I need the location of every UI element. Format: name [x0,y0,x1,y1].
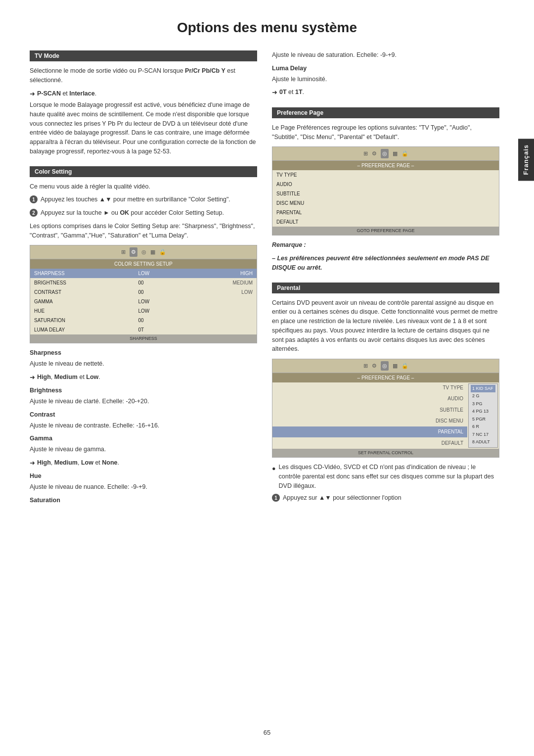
step2-number: 2 [30,209,38,217]
left-column: TV Mode Sélectionne le mode de sortie vi… [30,50,257,719]
parental-header: Parental [272,283,499,293]
menu-cell-col1: 0T [134,325,184,334]
menu-cell-col1: LOW [134,269,184,278]
menu-cell-label: BRIGHTNESS [30,278,134,287]
menu-cell-col2 [184,316,257,325]
arrow-icon: ➜ [30,458,35,468]
step1-number: 1 [30,195,38,203]
pref-row-tvtype: TV TYPE [272,170,499,180]
step2-text: Appuyez sur la touche ► ou OK pour accéd… [41,208,224,218]
dropdown-item-7: 7 NC 17 [471,431,495,439]
sharpness-title: Sharpness [30,348,257,358]
tv-mode-para2: Lorsque le mode Balayage progressif est … [30,100,257,156]
pref-menu-footer: GOTO PREFERENCE PAGE [272,227,499,236]
menu-footer: SHARPNESS [30,334,257,343]
parental-bullet1: ● Les disques CD-Vidéo, SVCD et CD n'ont… [272,463,499,490]
menu-cell-label: SATURATION [30,316,134,325]
note-italic: Remarque : [272,240,499,250]
saturation-text: Ajuste le niveau de saturation. Echelle:… [272,50,499,60]
menu-cell-col1: LOW [134,297,184,306]
pref-row-subtitle: SUBTITLE [272,189,499,198]
pref-cell-value [458,180,499,189]
preference-content: Le Page Préférences regroupe les options… [272,123,499,273]
step1-text: Appuyez les touches ▲▼ pour mettre en su… [41,195,230,204]
bullet-icon: ● [272,464,276,473]
menu-table: SHARPNESS LOW HIGH BRIGHTNESS 00 MEDIUM … [30,269,257,334]
note-text: – Les préférences peuvent être sélection… [272,254,499,273]
gamma-title: Gamma [30,434,257,443]
dropdown-item-2: 2 G [471,392,495,400]
menu-icon-5: 🔒 [159,248,166,256]
preference-header: Preference Page [272,107,499,118]
dropdown-item-1: 1 KID SAF [471,385,495,393]
menu-cell-label: GAMMA [30,297,134,306]
color-setting-header: Color Setting [30,166,257,177]
parental-menu-header-row: ⊞ ⚙ ◎ ▦ 🔒 [272,359,499,373]
menu-row-sharpness: SHARPNESS LOW HIGH [30,269,257,278]
pref-menu-header-row: ⊞ ⚙ ◎ ▦ 🔒 [272,147,499,161]
color-setting-step2: 2 Appuyez sur la touche ► ou OK pour acc… [30,208,257,218]
pref-cell-value [458,198,499,208]
brightness-text: Ajuste le niveau de clarté. Echelle: -20… [30,397,257,406]
color-setting-menu: ⊞ ⚙ ◎ ▦ 🔒 COLOR SETTING SETUP SHARPNESS … [30,245,257,343]
menu-icon-3: ◎ [141,248,146,256]
dropdown-item-6: 6 R [471,423,495,431]
parental-row-subtitle: SUBTITLE [272,404,467,415]
luma-delay-arrow-text: 0T et 1T. [279,88,304,97]
parental-menu-footer: SET PARENTAL CONTROL [272,449,499,458]
pref-cell-value [458,208,499,217]
menu-row-contrast: CONTRAST 00 LOW [30,287,257,297]
menu-row-brightness: BRIGHTNESS 00 MEDIUM [30,278,257,287]
tv-mode-arrow1-text: P-SCAN et Interlace. [37,89,96,98]
parental-menu-title: – PREFERENCE PAGE – [272,373,499,382]
arrow-icon: ➜ [30,89,35,99]
luma-delay-title: Luma Delay [272,64,499,73]
pref-row-default: DEFAULT [272,217,499,227]
dropdown-item-3: 3 PG [471,400,495,408]
parental-menu-icon-4: ▦ [393,362,398,370]
side-tab-language: Français [518,139,534,181]
menu-icon-1: ⊞ [121,248,126,256]
menu-cell-col2 [184,297,257,306]
parental-para1: Certains DVD peuvent avoir un niveau de … [272,298,499,354]
parental-menu-icon-5: 🔒 [401,362,408,370]
menu-cell-col1: 00 [134,287,184,297]
parental-cell-label: TV TYPE [272,382,467,393]
sharpness-arrow-text: High, Medium et Low. [37,373,100,382]
pref-row-parental: PARENTAL [272,208,499,217]
tv-mode-para1: Sélectionne le mode de sortie vidéo ou P… [30,66,257,85]
menu-title: COLOR SETTING SETUP [30,259,257,269]
note-block: Remarque : – Les préférences peuvent êtr… [272,240,499,272]
tv-mode-header: TV Mode [30,50,257,61]
pref-cell-value [458,170,499,180]
color-setting-description: Les options comprises dans le Color Sett… [30,222,257,240]
hue-title: Hue [30,472,257,481]
preference-intro: Le Page Préférences regroupe les options… [272,123,499,142]
sharpness-text: Ajuste le niveau de netteté. [30,359,257,369]
pref-cell-value [458,217,499,227]
pref-menu-icon-3: ◎ [381,149,389,158]
menu-cell-label: SHARPNESS [30,269,134,278]
dropdown-item-8: 8 ADULT [471,438,495,446]
pref-cell-label: SUBTITLE [272,189,458,198]
parental-cell-label: SUBTITLE [272,404,467,415]
menu-cell-col2: HIGH [184,269,257,278]
pref-menu-icon-5: 🔒 [401,149,408,158]
parental-menu: ⊞ ⚙ ◎ ▦ 🔒 – PREFERENCE PAGE – TV TYPE [272,359,499,458]
parental-bullet1-text: Les disques CD-Vidéo, SVCD et CD n'ont p… [279,463,499,490]
parental-menu-icon-3: ◎ [381,361,389,371]
color-setting-step1: 1 Appuyez les touches ▲▼ pour mettre en … [30,195,257,204]
menu-cell-label: CONTRAST [30,287,134,297]
pref-cell-label: AUDIO [272,180,458,189]
parental-row-discmenu: DISC MENU [272,415,467,426]
parental-step1-text: Appuyez sur ▲▼ pour sélectionner l'optio… [283,493,401,503]
content-columns: TV Mode Sélectionne le mode de sortie vi… [0,50,534,719]
sharpness-arrow: ➜ High, Medium et Low. [30,373,257,382]
brightness-title: Brightness [30,386,257,395]
menu-cell-label: LUMA DELAY [30,325,134,334]
pref-menu-title: – PREFERENCE PAGE – [272,161,499,170]
pref-menu-table: TV TYPE AUDIO SUBTITLE DISC MENU [272,170,499,227]
contrast-title: Contrast [30,410,257,420]
parental-cell-label: DEFAULT [272,437,467,448]
hue-text: Ajuste le niveau de nuance. Echelle: -9-… [30,482,257,492]
